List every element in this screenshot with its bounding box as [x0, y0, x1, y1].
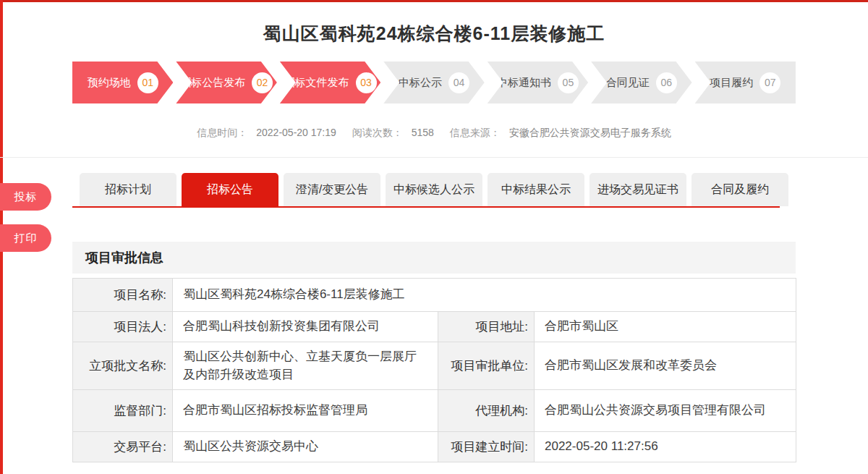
- step-number-badge: 06: [656, 72, 677, 93]
- step-number-badge: 07: [760, 72, 780, 93]
- table-row: 交易平台:蜀山区公共资源交易中心项目建立时间:2022-05-20 11:27:…: [73, 432, 796, 462]
- section-title: 项目审批信息: [85, 249, 163, 266]
- field-label: 项目法人:: [73, 312, 173, 342]
- info-time-label: 信息时间：: [197, 127, 247, 138]
- field-value: 蜀山区蜀科苑24栋综合楼6-11层装修施工: [173, 279, 796, 312]
- field-value: 蜀山区公共资源交易中心: [173, 432, 438, 462]
- info-source-label: 信息来源：: [450, 127, 501, 138]
- table-row: 项目法人:合肥蜀山科技创新投资集团有限公司项目地址:合肥市蜀山区: [73, 312, 796, 342]
- read-count-label: 阅读次数：: [352, 127, 403, 138]
- field-value: 合肥蜀山公共资源交易项目管理有限公司: [535, 390, 796, 432]
- step-label: 项目履约: [710, 76, 753, 90]
- tab-bar: 招标计划招标公告澄清/变更公告中标候选人公示中标结果公示进场交易见证书合同及履约: [72, 173, 796, 206]
- field-label: 监督部门:: [73, 390, 173, 432]
- field-label: 项目地址:: [438, 312, 535, 342]
- progress-step-06: 合同见证06: [591, 62, 692, 103]
- page-title: 蜀山区蜀科苑24栋综合楼6-11层装修施工: [0, 22, 868, 46]
- field-value: 蜀山区公共创新中心、立基天厦负一层展厅及内部升级改造项目: [173, 342, 438, 390]
- field-label: 项目建立时间:: [438, 432, 535, 462]
- step-label: 招标文件发布: [284, 76, 349, 90]
- tab-7[interactable]: 合同及履约: [692, 173, 788, 206]
- field-label: 项目审批单位:: [438, 342, 535, 390]
- step-number-badge: 03: [356, 72, 377, 93]
- progress-step-07: 项目履约07: [695, 62, 796, 103]
- step-number-badge: 01: [137, 72, 158, 93]
- step-label: 预约场地: [88, 76, 131, 90]
- field-value: 合肥蜀山科技创新投资集团有限公司: [173, 312, 438, 342]
- tab-4[interactable]: 中标候选人公示: [386, 173, 482, 206]
- bid-button[interactable]: 投标: [0, 183, 51, 211]
- field-label: 立项批文名称:: [73, 342, 173, 390]
- table-row: 立项批文名称:蜀山区公共创新中心、立基天厦负一层展厅及内部升级改造项目项目审批单…: [73, 342, 796, 390]
- field-value: 合肥市蜀山区招标投标监督管理局: [173, 390, 438, 432]
- progress-step-02: 招标公告发布02: [176, 62, 276, 103]
- tab-2-active[interactable]: 招标公告: [182, 173, 278, 206]
- section-header-project-approval: 项目审批信息: [72, 242, 796, 274]
- tabs-top-divider: [0, 157, 868, 158]
- step-number-badge: 05: [558, 72, 579, 93]
- read-count-value: 5158: [412, 127, 434, 138]
- table-row: 项目名称:蜀山区蜀科苑24栋综合楼6-11层装修施工: [73, 279, 796, 312]
- main-content: 预约场地01招标公告发布02招标文件发布03中标公示04中标通知书05合同见证0…: [72, 62, 796, 462]
- field-label: 交易平台:: [73, 432, 173, 462]
- table-row: 监督部门:合肥市蜀山区招标投标监督管理局代理机构:合肥蜀山公共资源交易项目管理有…: [73, 390, 796, 432]
- step-label: 招标公告发布: [180, 76, 245, 90]
- field-value: 2022-05-20 11:27:56: [535, 432, 796, 462]
- progress-steps: 预约场地01招标公告发布02招标文件发布03中标公示04中标通知书05合同见证0…: [72, 62, 796, 103]
- progress-step-04: 中标公示04: [383, 62, 484, 103]
- meta-info-line: 信息时间：2022-05-20 17:19 阅读次数：5158 信息来源：安徽合…: [72, 127, 796, 140]
- tabs-red-underline: [72, 206, 780, 208]
- step-number-badge: 02: [252, 72, 273, 93]
- progress-step-03: 招标文件发布03: [280, 62, 380, 103]
- field-label: 代理机构:: [438, 390, 535, 432]
- tab-5[interactable]: 中标结果公示: [488, 173, 584, 206]
- info-time-value: 2022-05-20 17:19: [256, 127, 336, 138]
- step-number-badge: 04: [448, 72, 469, 93]
- tab-6[interactable]: 进场交易见证书: [590, 173, 686, 206]
- top-red-border: [0, 0, 868, 2]
- tab-3[interactable]: 澄清/变更公告: [284, 173, 380, 206]
- info-source-value: 安徽合肥公共资源交易电子服务系统: [509, 127, 671, 138]
- project-approval-table: 项目名称:蜀山区蜀科苑24栋综合楼6-11层装修施工项目法人:合肥蜀山科技创新投…: [72, 278, 796, 462]
- progress-step-01: 预约场地01: [72, 62, 173, 103]
- tab-1[interactable]: 招标计划: [80, 173, 176, 206]
- step-label: 合同见证: [606, 76, 650, 90]
- print-button[interactable]: 打印: [0, 224, 51, 252]
- step-label: 中标公示: [399, 76, 442, 90]
- field-value: 合肥市蜀山区发展和改革委员会: [535, 342, 796, 390]
- field-label: 项目名称:: [73, 279, 173, 312]
- step-label: 中标通知书: [497, 76, 551, 90]
- progress-step-05: 中标通知书05: [488, 62, 588, 103]
- field-value: 合肥市蜀山区: [535, 312, 796, 342]
